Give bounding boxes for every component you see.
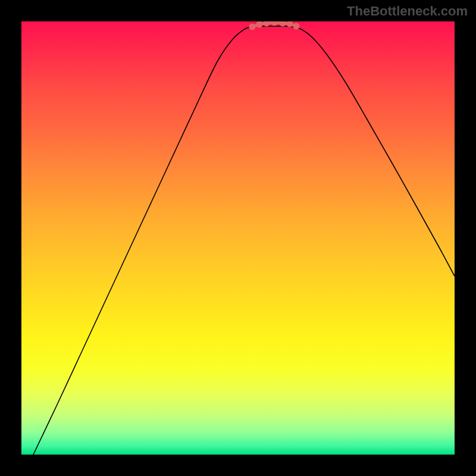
bottleneck-curve xyxy=(33,26,455,455)
highlight-dots xyxy=(249,21,300,30)
highlight-dot xyxy=(249,24,256,30)
highlight-dot xyxy=(256,21,263,28)
plot-area xyxy=(21,21,455,455)
highlight-dot xyxy=(271,21,278,26)
watermark-text: TheBottleneck.com xyxy=(347,4,468,19)
highlight-dot xyxy=(293,23,300,30)
chart-svg xyxy=(21,21,455,455)
